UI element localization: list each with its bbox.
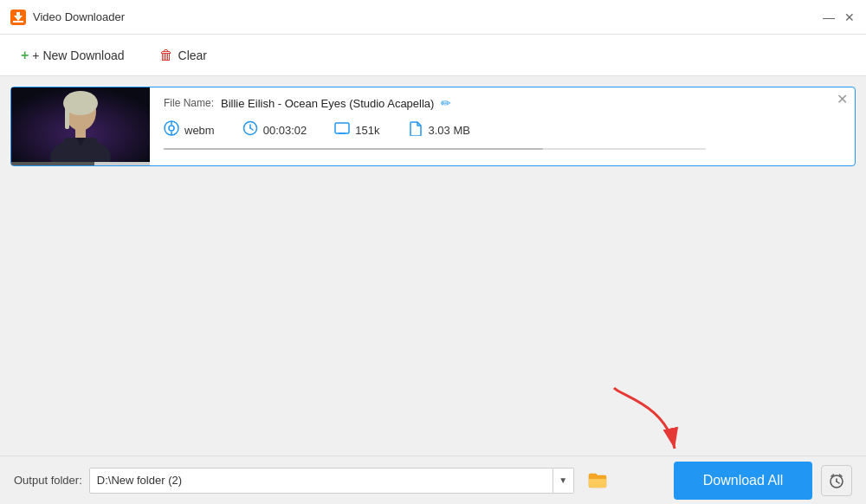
toolbar: + + New Download 🗑 Clear [0,35,866,76]
close-button[interactable]: ✕ [843,11,856,23]
svg-line-24 [837,481,839,483]
svg-point-13 [169,126,174,131]
main-content: File Name: Billie Eilish - Ocean Eyes (S… [0,76,866,456]
app-icon [10,10,26,25]
output-folder-label: Output folder: [14,474,82,487]
output-dropdown-button[interactable]: ▼ [553,468,574,494]
svg-rect-19 [335,123,349,133]
size-item: 3.03 MB [408,120,470,139]
duration-item: 00:03:02 [242,120,307,139]
new-download-button[interactable]: + + New Download [14,42,132,68]
title-bar: Video Downloader — ✕ [0,0,866,35]
window-controls: — ✕ [823,11,856,23]
progress-bar-container [164,148,706,150]
svg-rect-7 [65,103,69,129]
app-title: Video Downloader [33,10,823,23]
bottom-bar: Output folder: ▼ Download All [0,456,866,504]
plus-icon: + [21,48,29,63]
resolution-value: 151k [355,124,379,137]
clock-icon [242,120,258,139]
resolution-item: 151k [334,120,379,139]
svg-rect-2 [13,21,23,23]
output-folder-input[interactable] [89,468,553,494]
output-folder-wrapper: ▼ [89,468,574,494]
progress-bar-fill [164,148,543,150]
filename-label: File Name: [164,97,214,109]
download-info: File Name: Billie Eilish - Ocean Eyes (S… [150,87,855,165]
format-item: webm [164,120,215,139]
bottom-right-controls: Download All [674,462,852,500]
minimize-button[interactable]: — [823,11,835,23]
duration-value: 00:03:02 [263,124,307,137]
download-meta: webm 00:03:02 151k [164,120,841,139]
clear-button[interactable]: 🗑 Clear [152,42,214,68]
file-icon [408,120,423,139]
format-value: webm [184,124,215,137]
thumb-progress-bar [11,162,150,165]
edit-icon[interactable]: ✏ [441,96,451,110]
svg-rect-8 [75,129,86,138]
download-all-button[interactable]: Download All [674,462,812,500]
card-close-button[interactable]: ✕ [837,93,848,107]
filename-row: File Name: Billie Eilish - Ocean Eyes (S… [164,96,841,110]
svg-line-18 [250,128,253,130]
new-download-label: + New Download [32,48,124,62]
resolution-icon [334,120,350,139]
size-value: 3.03 MB [429,124,470,137]
filename-value: Billie Eilish - Ocean Eyes (Studio Acape… [221,97,434,110]
trash-icon: 🗑 [159,48,173,63]
alarm-button[interactable] [821,465,852,496]
open-folder-button[interactable] [585,468,611,494]
download-thumbnail [11,87,150,165]
format-icon [164,120,179,139]
download-item: File Name: Billie Eilish - Ocean Eyes (S… [10,87,856,166]
clear-label: Clear [178,48,207,62]
